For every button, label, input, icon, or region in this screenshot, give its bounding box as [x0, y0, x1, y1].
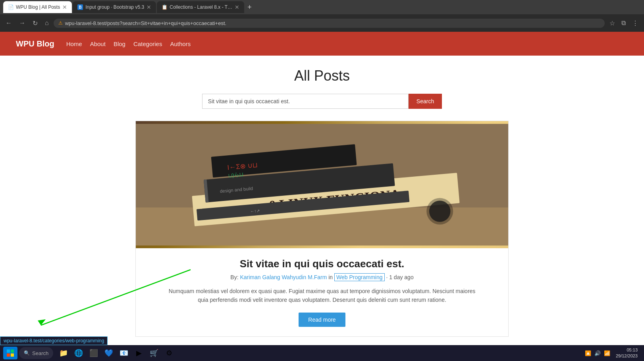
- post-card: 0 LINUX FUNCIONA design and build I←Σ⊗ ∪…: [135, 121, 509, 337]
- tray-volume[interactable]: 🔊: [594, 349, 602, 353]
- svg-text:←↑↗: ←↑↗: [250, 208, 260, 214]
- post-excerpt: Numquam molestias vel dolorem ex quasi q…: [167, 287, 477, 305]
- nav-categories[interactable]: Categories: [133, 39, 162, 49]
- post-time-value: 1 day ago: [389, 274, 414, 280]
- nav-blog[interactable]: Blog: [114, 39, 125, 49]
- taskbar-tray: 🔼 🔊 📶 05:13 29/12/2023: [584, 347, 641, 353]
- main-content: All Posts Search 0 LINUX FUNCIONA design…: [127, 56, 517, 353]
- page-title: All Posts: [135, 68, 509, 84]
- tab-close-1[interactable]: ✕: [62, 4, 67, 10]
- post-author[interactable]: Kariman Galang Wahyudin M.Farm: [240, 274, 327, 280]
- svg-rect-17: [11, 349, 14, 353]
- extensions-button[interactable]: ⧉: [619, 18, 628, 28]
- post-in-label: in: [328, 274, 334, 280]
- tab-title-2: Input group · Bootstrap v5.3: [85, 4, 144, 10]
- browser-actions: ☆ ⧉ ⋮: [607, 18, 641, 29]
- tab-favicon-2: B: [77, 4, 83, 10]
- taskbar-app-explorer[interactable]: 📁: [56, 346, 71, 353]
- browser-chrome: 📄 WPU Blog | All Posts ✕ B Input group ·…: [0, 0, 644, 32]
- taskbar-app-settings[interactable]: ⚙: [162, 346, 176, 353]
- browser-tab-3[interactable]: 📋 Collections - Laravel 8.x - The F... ✕: [157, 1, 244, 13]
- tray-wifi[interactable]: 📶: [603, 349, 611, 353]
- taskbar-app-mail[interactable]: 📧: [117, 346, 131, 353]
- forward-button[interactable]: →: [17, 18, 28, 28]
- back-button[interactable]: ←: [3, 18, 14, 28]
- post-image: 0 LINUX FUNCIONA design and build I←Σ⊗ ∪…: [136, 121, 508, 248]
- url-bar[interactable]: ⚠ wpu-laravel-8.test/posts?search=Sit+vi…: [54, 19, 605, 28]
- site-nav: WPU Blog Home About Blog Categories Auth…: [0, 32, 644, 56]
- tab-favicon-3: 📋: [162, 4, 167, 10]
- tab-title-1: WPU Blog | All Posts: [16, 4, 60, 10]
- search-button[interactable]: Search: [409, 94, 442, 109]
- taskbar: 🔍 Search 📁 🌐 ⬛ 💙 📧 ▶ 🛒 ⚙ 🔼 🔊 📶 05:13 29/…: [0, 345, 644, 353]
- nav-about[interactable]: About: [90, 39, 106, 49]
- tray-icon-1[interactable]: 🔼: [584, 349, 592, 353]
- tab-close-3[interactable]: ✕: [235, 4, 239, 10]
- post-by-label: By:: [230, 274, 240, 280]
- tab-close-2[interactable]: ✕: [147, 4, 151, 10]
- nav-authors[interactable]: Authors: [170, 39, 191, 49]
- start-button[interactable]: [3, 347, 17, 353]
- nav-links: Home About Blog Categories Authors: [66, 39, 191, 49]
- new-tab-button[interactable]: +: [245, 3, 254, 12]
- browser-addressbar: ← → ↻ ⌂ ⚠ wpu-laravel-8.test/posts?searc…: [0, 14, 644, 32]
- browser-tab-1[interactable]: 📄 WPU Blog | All Posts ✕: [3, 1, 72, 13]
- svg-marker-15: [38, 319, 46, 325]
- bookmark-button[interactable]: ☆: [607, 18, 617, 29]
- post-body: Sit vitae in qui quis occaecati est. By:…: [136, 248, 508, 336]
- taskbar-app-terminal[interactable]: ⬛: [87, 346, 101, 353]
- search-bar: Search: [135, 94, 509, 109]
- taskbar-apps: 📁 🌐 ⬛ 💙 📧 ▶ 🛒 ⚙: [56, 346, 176, 353]
- home-button[interactable]: ⌂: [42, 18, 51, 28]
- post-time: ·: [386, 274, 389, 280]
- search-input[interactable]: [202, 94, 409, 109]
- clock-block[interactable]: 05:13 29/12/2023: [613, 347, 641, 353]
- browser-tab-2[interactable]: B Input group · Bootstrap v5.3 ✕: [73, 1, 156, 13]
- read-more-button[interactable]: Read more: [299, 313, 345, 327]
- taskbar-search-text: Search: [32, 350, 48, 353]
- taskbar-search-icon: 🔍: [24, 350, 30, 353]
- taskbar-search[interactable]: 🔍 Search: [19, 347, 53, 353]
- tab-title-3: Collections - Laravel 8.x - The F...: [170, 4, 232, 10]
- reload-button[interactable]: ↻: [30, 18, 40, 29]
- menu-button[interactable]: ⋮: [630, 18, 641, 29]
- svg-point-13: [429, 201, 451, 222]
- post-category[interactable]: Web Programming: [334, 273, 384, 281]
- browser-tabs: 📄 WPU Blog | All Posts ✕ B Input group ·…: [0, 0, 644, 14]
- nav-home[interactable]: Home: [66, 39, 82, 49]
- security-icon: ⚠: [58, 20, 63, 26]
- taskbar-app-vscode[interactable]: 💙: [102, 346, 116, 353]
- tab-favicon-1: 📄: [8, 4, 13, 10]
- taskbar-app-chrome[interactable]: 🌐: [71, 346, 86, 353]
- site-brand[interactable]: WPU Blog: [16, 39, 54, 48]
- status-url: wpu-laravel-8.test/categories/web-progra…: [4, 338, 104, 344]
- clock-time: 05:13: [616, 347, 638, 353]
- status-bar: wpu-laravel-8.test/categories/web-progra…: [0, 336, 108, 345]
- post-title: Sit vitae in qui quis occaecati est.: [152, 258, 492, 270]
- url-text: wpu-laravel-8.test/posts?search=Sit+vita…: [65, 20, 600, 26]
- taskbar-app-youtube[interactable]: ▶: [132, 346, 146, 353]
- svg-rect-16: [7, 349, 10, 353]
- post-meta: By: Kariman Galang Wahyudin M.Farm in We…: [152, 274, 492, 280]
- taskbar-app-store[interactable]: 🛒: [147, 346, 161, 353]
